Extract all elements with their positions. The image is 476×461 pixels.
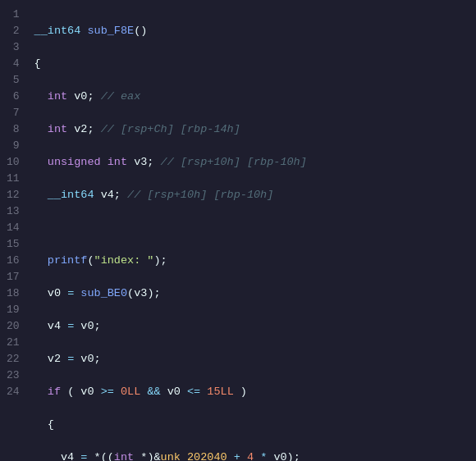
code-text: __int64 sub_F8E() { int v0; // eax int v… <box>25 0 476 461</box>
code-editor: 1 2 3 4 5 6 7 8 9 10 11 12 13 14 15 16 1… <box>0 0 476 461</box>
line-number-gutter: 1 2 3 4 5 6 7 8 9 10 11 12 13 14 15 16 1… <box>0 0 25 461</box>
